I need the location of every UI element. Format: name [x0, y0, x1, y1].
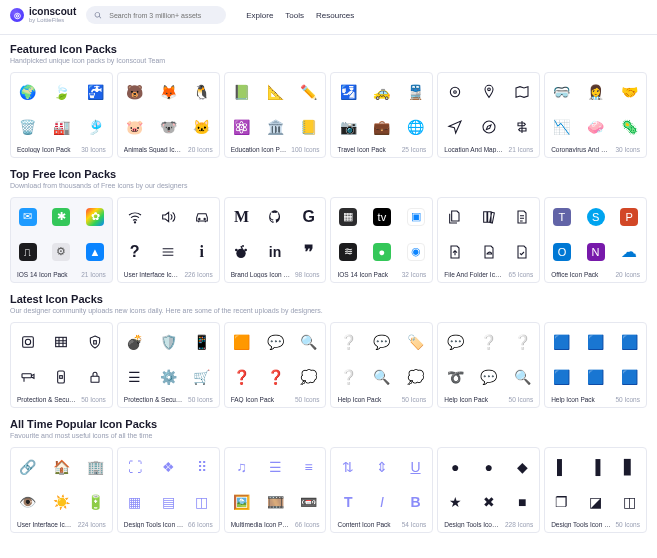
image-icon: 🖼️	[233, 494, 249, 510]
svg-rect-15	[22, 373, 31, 377]
svg-point-12	[25, 339, 30, 344]
messages-app-icon: ✱	[52, 208, 70, 226]
help-chat-icon: 💬	[447, 334, 463, 350]
pack-card[interactable]: ✉︎ ✱ ✿ ⎍ ⚙︎ ▲ IOS 14 Icon Pack 21 Icons	[10, 197, 113, 283]
pack-card[interactable]: 💣 🛡️ 📱 ☰ ⚙️ 🛒 Protection & Security Icon…	[117, 322, 220, 408]
pack-card[interactable]: ● ● ◆ ★ ✖ ■ Design Tools Icon Pack 228 I…	[437, 447, 540, 533]
svg-point-6	[204, 218, 205, 219]
pack-card[interactable]: 📗 📐 ✏️ ⚛️ 🏛️ 📒 Education Icon Pack 100 I…	[224, 72, 327, 158]
pack-card[interactable]: 🛂 🚕 🚆 📷 💼 🌐 Travel Icon Pack 25 Icons	[330, 72, 433, 158]
section-latest: Latest Icon Packs Our designer community…	[0, 285, 657, 410]
faq-blocks-icon: 🟧	[233, 334, 249, 350]
pack-count: 30 Icons	[81, 146, 106, 153]
pack-count: 21 Icons	[81, 271, 106, 278]
pack-card[interactable]: 🥽 👩‍⚕️ 🤝 📉 🧼 🦠 Coronavirus And Economy I…	[544, 72, 647, 158]
pack-card[interactable]: 🔗 🏠 🏢 👁️ ☀️ 🔋 User Interface Icon Pack 2…	[10, 447, 113, 533]
books-icon	[481, 209, 497, 225]
signpost-icon	[514, 119, 530, 135]
faq-label-icon: ❔	[340, 334, 356, 350]
pack-card[interactable]: ⛶ ❖ ⠿ ▦ ▤ ◫ Design Tools Icon Pack 66 Ic…	[117, 447, 220, 533]
earth-icon: 🌐	[408, 119, 424, 135]
pack-count: 50 Icons	[295, 396, 320, 403]
appstore-app-icon: ▲	[86, 243, 104, 261]
files-app-icon: ▣	[407, 208, 425, 226]
pack-thumbs: 🌍 🍃 🚰 🗑️ 🏭 🎐	[17, 78, 106, 140]
gear-shield-icon: ⚙️	[160, 369, 176, 385]
search-box[interactable]	[86, 6, 226, 24]
recycle-bin-icon: 🗑️	[20, 119, 36, 135]
help-search-icon: 🔍	[374, 369, 390, 385]
brand[interactable]: ◎ iconscout by LottieFiles	[10, 7, 76, 23]
help-tiles-icon: 🟦	[554, 334, 570, 350]
file-check-icon	[514, 244, 530, 260]
sort-icon: ⇅	[340, 459, 356, 475]
pack-name: Ecology Icon Pack	[17, 146, 77, 153]
top-bar: ◎ iconscout by LottieFiles Explore Tools…	[0, 0, 657, 35]
leaf-icon: 🍃	[53, 84, 69, 100]
pack-card[interactable]: Location And Map Icon Pack 21 Icons	[437, 72, 540, 158]
pack-card[interactable]: ▌ ▐ ▋ ❐ ◪ ◫ Design Tools Icon Pack 50 Ic…	[544, 447, 647, 533]
svg-rect-17	[60, 375, 63, 378]
search-input[interactable]	[107, 11, 218, 20]
pack-name: Animals Squad Icon Pack	[124, 146, 184, 153]
atom-icon: ⚛️	[233, 119, 249, 135]
pack-card[interactable]: 🐻 🦊 🐧 🐷 🐨 🐱 Animals Squad Icon Pack 20 I…	[117, 72, 220, 158]
pack-name: Help Icon Pack	[444, 396, 504, 403]
hand-wash-icon: 🧼	[588, 119, 604, 135]
help-faq-icon: ❔	[481, 334, 497, 350]
files-stack-icon	[447, 209, 463, 225]
medium-logo-icon: M	[233, 209, 249, 225]
nav-resources[interactable]: Resources	[316, 11, 354, 20]
info-icon: i	[194, 244, 210, 260]
nav-tools[interactable]: Tools	[285, 11, 304, 20]
pack-thumbs: ▌ ▐ ▋ ❐ ◪ ◫	[551, 453, 640, 515]
pack-card[interactable]: ⇅ ⇕ U T I B Content Icon Pack 54 Icons	[330, 447, 433, 533]
pig-icon: 🐷	[127, 119, 143, 135]
svg-point-5	[199, 218, 200, 219]
pack-card[interactable]: ? i User Interface Icon Pack 226 Icons	[117, 197, 220, 283]
pack-thumbs: M G in ❞	[231, 203, 320, 265]
align-icon: ▋	[621, 459, 637, 475]
faq-bubble3-icon: 💭	[301, 369, 317, 385]
pack-card[interactable]: File And Folder Icon Pack 65 Icons	[437, 197, 540, 283]
onenote-app-icon: N	[587, 243, 605, 261]
file-upload-icon	[447, 244, 463, 260]
bolt-icon: ●	[481, 459, 497, 475]
pack-card[interactable]: ♫ ☰ ≡ 🖼️ 🎞️ 📼 Multimedia Icon Pack 66 Ic…	[224, 447, 327, 533]
section-top-free: Top Free Icon Packs Download from thousa…	[0, 160, 657, 285]
pack-card[interactable]: 🟦 🟦 🟦 🟦 🟦 🟦 Help Icon Pack 50 Icons	[544, 322, 647, 408]
pack-card[interactable]: T S P O N ☁︎ Office Icon Pack 20 Icons	[544, 197, 647, 283]
compass-icon	[481, 119, 497, 135]
pack-count: 50 Icons	[81, 396, 106, 403]
eye-icon: 👁️	[20, 494, 36, 510]
nav-explore[interactable]: Explore	[246, 11, 273, 20]
koala-icon: 🐨	[160, 119, 176, 135]
pack-card[interactable]: M G in ❞ Brand Logos Icon Pack 98 Icons	[224, 197, 327, 283]
camera-icon: 📷	[340, 119, 356, 135]
section-title: All Time Popular Icon Packs	[10, 418, 647, 430]
section-title: Featured Icon Packs	[10, 43, 647, 55]
pack-card[interactable]: 💬 ❔ ❔ ➰ 💬 🔍 Help Icon Pack 50 Icons	[437, 322, 540, 408]
bear-icon: 🐻	[127, 84, 143, 100]
pack-card[interactable]: Protection & Security Icon Pack 50 Icons	[10, 322, 113, 408]
pack-thumbs: T S P O N ☁︎	[551, 203, 640, 265]
pack-count: 50 Icons	[188, 396, 213, 403]
pack-thumbs: 💣 🛡️ 📱 ☰ ⚙️ 🛒	[124, 328, 213, 390]
brush-icon: ▌	[554, 459, 570, 475]
pack-count: 100 Icons	[291, 146, 319, 153]
pack-name: Design Tools Icon Pack	[124, 521, 184, 528]
pack-card[interactable]: ▦ tv ▣ ≋ ● ◉ IOS 14 Icon Pack 32 Icons	[330, 197, 433, 283]
pack-card[interactable]: 🌍 🍃 🚰 🗑️ 🏭 🎐 Ecology Icon Pack 30 Icons	[10, 72, 113, 158]
powerpoint-app-icon: P	[620, 208, 638, 226]
shield-icon: 🛡️	[160, 334, 176, 350]
cart-icon: 🛒	[194, 369, 210, 385]
help-tiles5-icon: 🟦	[588, 369, 604, 385]
calculator-app-icon: ▦	[339, 208, 357, 226]
brand-logo-icon: ◎	[10, 8, 24, 22]
svg-rect-18	[91, 376, 99, 382]
pack-card[interactable]: ❔ 💬 🏷️ ❔ 🔍 💭 Help Icon Pack 50 Icons	[330, 322, 433, 408]
car-icon	[194, 209, 210, 225]
gumroad-logo-icon: G	[301, 209, 317, 225]
pack-card[interactable]: 🟧 💬 🔍 ❓ ❓ 💭 FAQ Icon Pack 50 Icons	[224, 322, 327, 408]
handshake-icon: 🤝	[621, 84, 637, 100]
